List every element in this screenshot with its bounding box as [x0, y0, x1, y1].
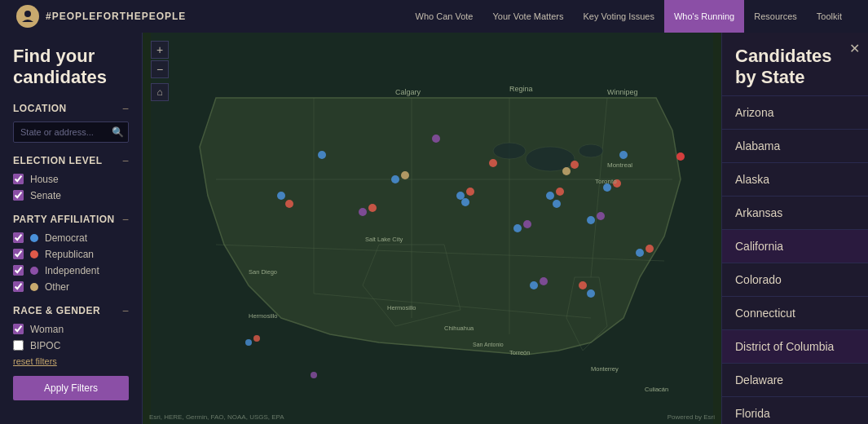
state-item-colorado[interactable]: Colorado	[722, 263, 868, 297]
svg-point-19	[401, 171, 409, 179]
nav-key-voting-issues[interactable]: Key Voting Issues	[574, 0, 664, 33]
header: #PEOPLEFORTHEPEOPLE Who Can Vote Your Vo…	[0, 0, 868, 33]
svg-point-23	[461, 198, 469, 206]
nav-whos-running[interactable]: Who's Running	[664, 0, 744, 33]
svg-text:Torreón: Torreón	[509, 349, 530, 356]
state-item-alabama[interactable]: Alabama	[722, 130, 868, 163]
woman-label: Woman	[30, 324, 64, 335]
state-item-arizona[interactable]: Arizona	[722, 96, 868, 130]
state-item-florida[interactable]: Florida	[722, 397, 868, 424]
svg-text:Montreal: Montreal	[607, 161, 632, 169]
apply-filters-button[interactable]: Apply Filters	[13, 376, 129, 400]
republican-label: Republican	[45, 249, 94, 260]
svg-point-45	[311, 372, 317, 378]
svg-point-33	[597, 212, 605, 220]
svg-point-20	[432, 135, 440, 143]
svg-point-36	[619, 151, 628, 159]
other-label: Other	[45, 281, 69, 293]
election-level-collapse-icon[interactable]: −	[122, 154, 129, 167]
map-controls: + − ⌂	[151, 41, 169, 101]
senate-checkbox-label[interactable]: Senate	[13, 190, 129, 201]
independent-checkbox[interactable]	[13, 265, 24, 276]
svg-point-21	[456, 192, 465, 200]
independent-checkbox-label[interactable]: Independent	[13, 265, 129, 276]
party-section-header: Party Affiliation −	[13, 213, 129, 226]
svg-point-28	[556, 188, 564, 196]
house-checkbox-label[interactable]: House	[13, 174, 129, 185]
svg-point-11	[493, 143, 526, 159]
bipoc-label: BIPOC	[30, 340, 60, 351]
nav-resources[interactable]: Resources	[744, 0, 807, 33]
svg-text:Calgary: Calgary	[395, 88, 421, 96]
woman-checkbox-label[interactable]: Woman	[13, 324, 129, 335]
house-checkbox[interactable]	[13, 174, 24, 184]
svg-text:San Antonio: San Antonio	[473, 342, 504, 347]
state-item-alaska[interactable]: Alaska	[722, 163, 868, 197]
location-collapse-icon[interactable]: −	[122, 102, 129, 115]
svg-text:Monterrey: Monterrey	[591, 365, 619, 373]
svg-point-25	[513, 224, 522, 232]
svg-text:Hermosillo: Hermosillo	[387, 304, 416, 311]
svg-point-40	[540, 277, 548, 285]
svg-text:Winnipeg: Winnipeg	[607, 88, 638, 96]
other-checkbox[interactable]	[13, 281, 24, 292]
nav-who-can-vote[interactable]: Who Can Vote	[406, 0, 483, 33]
state-item-delaware[interactable]: Delaware	[722, 364, 868, 397]
svg-point-17	[368, 204, 377, 212]
woman-checkbox[interactable]	[13, 324, 24, 334]
right-panel-header: Candidates by State ✕	[722, 33, 868, 96]
map-area[interactable]: Calgary Regina Winnipeg Montreal Toronto…	[143, 33, 721, 424]
find-candidates-title: Find your candidates	[13, 46, 129, 89]
svg-point-43	[245, 339, 252, 346]
senate-label: Senate	[30, 190, 61, 201]
state-item-dc[interactable]: District of Columbia	[722, 330, 868, 364]
state-item-arkansas[interactable]: Arkansas	[722, 197, 868, 230]
close-button[interactable]: ✕	[849, 41, 860, 56]
democrat-checkbox-label[interactable]: Democrat	[13, 232, 129, 244]
nav-your-vote-matters[interactable]: Your Vote Matters	[482, 0, 573, 33]
svg-text:Toronto: Toronto	[595, 178, 617, 185]
state-item-california[interactable]: California	[722, 230, 868, 263]
senate-checkbox[interactable]	[13, 190, 24, 201]
zoom-out-button[interactable]: −	[151, 60, 169, 78]
svg-point-37	[636, 249, 644, 257]
other-dot	[30, 283, 38, 291]
bipoc-checkbox[interactable]	[13, 340, 24, 351]
independent-label: Independent	[45, 265, 99, 276]
republican-dot	[30, 250, 38, 258]
svg-point-0	[24, 11, 31, 17]
democrat-label: Democrat	[45, 232, 87, 244]
svg-point-26	[523, 220, 531, 228]
left-panel: Find your candidates Location − 🔍 Electi…	[0, 33, 143, 424]
race-gender-section-header: Race & Gender −	[13, 304, 129, 317]
house-label: House	[30, 174, 59, 185]
svg-text:Hermosillo: Hermosillo	[249, 312, 277, 320]
svg-point-15	[318, 151, 326, 159]
logo-area: #PEOPLEFORTHEPEOPLE	[16, 5, 186, 28]
democrat-checkbox[interactable]	[13, 232, 24, 243]
party-collapse-icon[interactable]: −	[122, 213, 129, 226]
svg-point-22	[466, 188, 474, 196]
reset-filters-link[interactable]: reset filters	[13, 356, 129, 366]
main-layout: Find your candidates Location − 🔍 Electi…	[0, 33, 868, 424]
svg-point-24	[489, 159, 497, 167]
map-svg: Calgary Regina Winnipeg Montreal Toronto…	[143, 33, 721, 424]
race-gender-collapse-icon[interactable]: −	[122, 304, 129, 317]
republican-checkbox-label[interactable]: Republican	[13, 249, 129, 260]
nav-toolkit[interactable]: Toolkit	[807, 0, 852, 33]
republican-checkbox[interactable]	[13, 249, 24, 259]
other-checkbox-label[interactable]: Other	[13, 281, 129, 293]
independent-dot	[30, 267, 38, 275]
search-icon: 🔍	[112, 126, 124, 138]
map-home-button[interactable]: ⌂	[151, 83, 169, 101]
svg-point-13	[277, 192, 285, 200]
map-footer-powered: Powered by Esri	[668, 413, 715, 421]
svg-text:Regina: Regina	[509, 85, 533, 93]
nav-bar: Who Can Vote Your Vote Matters Key Votin…	[406, 0, 852, 33]
zoom-in-button[interactable]: +	[151, 41, 169, 59]
svg-point-32	[587, 216, 595, 224]
state-item-connecticut[interactable]: Connecticut	[722, 297, 868, 330]
map-footer-attribution: Esri, HERE, Germin, FAO, NOAA, USGS, EPA	[149, 413, 284, 421]
svg-point-27	[546, 192, 554, 200]
bipoc-checkbox-label[interactable]: BIPOC	[13, 340, 129, 351]
